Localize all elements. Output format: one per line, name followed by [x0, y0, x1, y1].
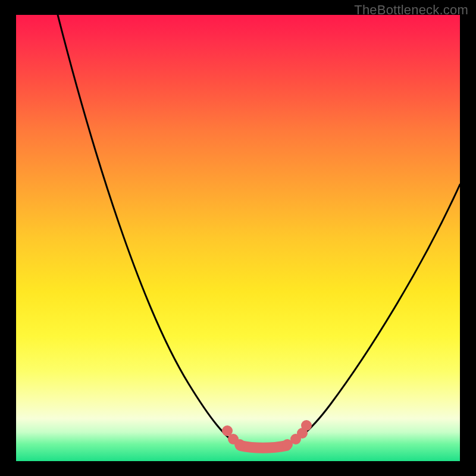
marker-dot: [234, 439, 245, 450]
marker-band: [240, 446, 286, 448]
curve-line: [58, 15, 460, 448]
chart-svg: [16, 15, 460, 461]
chart-frame: [16, 15, 460, 461]
marker-dot: [301, 420, 312, 431]
